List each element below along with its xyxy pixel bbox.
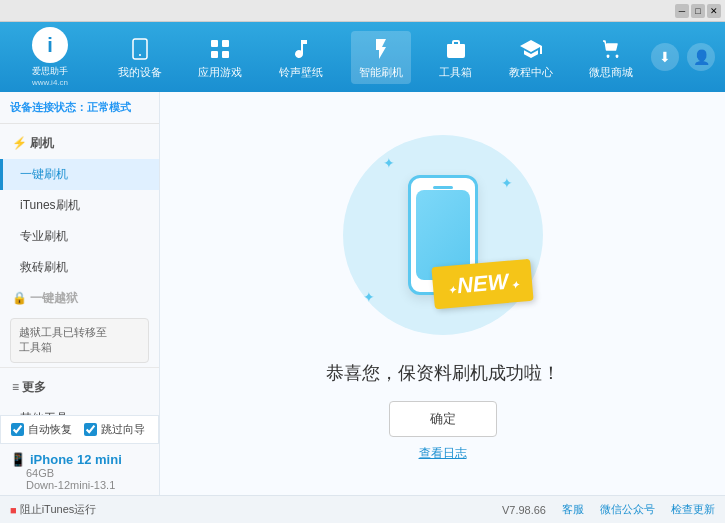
svg-rect-3 xyxy=(222,40,229,47)
nav-apps-games[interactable]: 应用游戏 xyxy=(190,31,250,84)
close-button[interactable]: ✕ xyxy=(707,4,721,18)
svg-rect-2 xyxy=(211,40,218,47)
sidebar-divider xyxy=(0,367,159,368)
sidebar-item-onekey-flash[interactable]: 一键刷机 xyxy=(0,159,159,190)
device-name: 📱 iPhone 12 mini xyxy=(10,452,149,467)
nav-tutorial[interactable]: 教程中心 xyxy=(501,31,561,84)
new-badge: NEW xyxy=(432,259,535,309)
download-button[interactable]: ⬇ xyxy=(651,43,679,71)
device-storage: 64GB xyxy=(10,467,149,479)
support-link[interactable]: 客服 xyxy=(562,502,584,517)
skip-wizard-checkbox[interactable]: 跳过向导 xyxy=(84,422,145,437)
sidebar-section-flash: ⚡ 刷机 xyxy=(0,128,159,159)
status-bar: ■ 阻止iTunes运行 V7.98.66 客服 微信公众号 检查更新 xyxy=(0,495,725,523)
ringtone-icon xyxy=(287,35,315,63)
tutorial-icon xyxy=(517,35,545,63)
sparkle-2: ✦ xyxy=(501,175,513,191)
mall-icon xyxy=(597,35,625,63)
svg-rect-5 xyxy=(222,51,229,58)
lock-icon: 🔒 xyxy=(12,291,30,305)
nav-label: 智能刷机 xyxy=(359,65,403,80)
sidebar-item-pro-flash[interactable]: 专业刷机 xyxy=(0,221,159,252)
logo-text: 爱思助手 www.i4.cn xyxy=(32,65,68,87)
more-icon: ≡ xyxy=(12,380,22,394)
sidebar-item-rescue-flash[interactable]: 救砖刷机 xyxy=(0,252,159,283)
title-bar: ─ □ ✕ xyxy=(0,0,725,22)
nav-label: 教程中心 xyxy=(509,65,553,80)
nav-mall[interactable]: 微思商城 xyxy=(581,31,641,84)
logo-area: i 爱思助手 www.i4.cn xyxy=(0,27,100,87)
device-icon xyxy=(126,35,154,63)
success-text: 恭喜您，保资料刷机成功啦！ xyxy=(326,361,560,385)
auto-restore-input[interactable] xyxy=(11,423,24,436)
apps-icon xyxy=(206,35,234,63)
device-info: 📱 iPhone 12 mini 64GB Down-12mini-13.1 xyxy=(0,444,159,495)
nav-label: 我的设备 xyxy=(118,65,162,80)
status-bar-left: ■ 阻止iTunes运行 xyxy=(10,502,96,517)
check-update-link[interactable]: 检查更新 xyxy=(671,502,715,517)
flash-section-icon: ⚡ xyxy=(12,136,30,150)
main-layout: 设备连接状态：正常模式 ⚡ 刷机 一键刷机 iTunes刷机 专业刷机 救砖刷机… xyxy=(0,92,725,495)
nav-ringtones[interactable]: 铃声壁纸 xyxy=(271,31,331,84)
version-label: V7.98.66 xyxy=(502,504,546,516)
nav-toolbox[interactable]: 工具箱 xyxy=(431,31,480,84)
svg-point-6 xyxy=(606,54,609,57)
phone-icon: 📱 xyxy=(10,452,26,467)
svg-point-7 xyxy=(615,54,618,57)
sidebar-section-more: ≡ 更多 xyxy=(0,372,159,403)
auto-restore-checkbox[interactable]: 自动恢复 xyxy=(11,422,72,437)
log-link[interactable]: 查看日志 xyxy=(419,445,467,462)
nav-smart-flash[interactable]: 智能刷机 xyxy=(351,31,411,84)
nav-label: 工具箱 xyxy=(439,65,472,80)
sidebar-item-other-tools[interactable]: 其他工具 xyxy=(0,403,159,415)
sidebar: 设备连接状态：正常模式 ⚡ 刷机 一键刷机 iTunes刷机 专业刷机 救砖刷机… xyxy=(0,92,160,495)
phone-speaker xyxy=(433,186,453,189)
sparkle-1: ✦ xyxy=(383,155,395,171)
device-ios: Down-12mini-13.1 xyxy=(10,479,149,491)
device-status: 设备连接状态：正常模式 xyxy=(0,96,159,124)
nav-label: 应用游戏 xyxy=(198,65,242,80)
confirm-button[interactable]: 确定 xyxy=(389,401,497,437)
checkbox-row: 自动恢复 跳过向导 xyxy=(0,415,159,444)
stop-itunes-button[interactable]: ■ 阻止iTunes运行 xyxy=(10,502,96,517)
nav-my-device[interactable]: 我的设备 xyxy=(110,31,170,84)
status-bar-right: V7.98.66 客服 微信公众号 检查更新 xyxy=(502,502,715,517)
nav-label: 微思商城 xyxy=(589,65,633,80)
svg-rect-4 xyxy=(211,51,218,58)
user-button[interactable]: 👤 xyxy=(687,43,715,71)
toolbox-icon xyxy=(442,35,470,63)
skip-wizard-input[interactable] xyxy=(84,423,97,436)
nav-label: 铃声壁纸 xyxy=(279,65,323,80)
sparkle-3: ✦ xyxy=(363,289,375,305)
sidebar-item-itunes-flash[interactable]: iTunes刷机 xyxy=(0,190,159,221)
flash-icon xyxy=(367,35,395,63)
sidebar-scroll: 设备连接状态：正常模式 ⚡ 刷机 一键刷机 iTunes刷机 专业刷机 救砖刷机… xyxy=(0,92,159,415)
success-illustration: NEW ✦ ✦ ✦ xyxy=(333,125,553,345)
header-right: ⬇ 👤 xyxy=(651,43,725,71)
header: i 爱思助手 www.i4.cn 我的设备 应用游戏 铃声壁纸 xyxy=(0,22,725,92)
content-area: NEW ✦ ✦ ✦ 恭喜您，保资料刷机成功啦！ 确定 查看日志 xyxy=(160,92,725,495)
logo-icon: i xyxy=(32,27,68,63)
stop-icon: ■ xyxy=(10,504,17,516)
minimize-button[interactable]: ─ xyxy=(675,4,689,18)
nav-bar: 我的设备 应用游戏 铃声壁纸 智能刷机 工具箱 xyxy=(100,31,651,84)
jailbreak-notice: 越狱工具已转移至工具箱 xyxy=(10,318,149,363)
wechat-link[interactable]: 微信公众号 xyxy=(600,502,655,517)
sidebar-section-jailbreak: 🔒 一键越狱 xyxy=(0,283,159,314)
maximize-button[interactable]: □ xyxy=(691,4,705,18)
